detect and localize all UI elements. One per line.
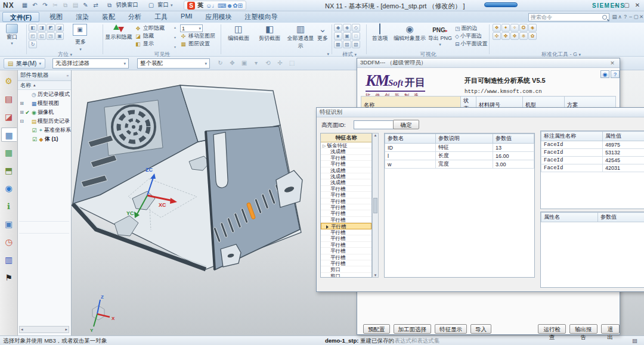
dialog-button[interactable]: 退出 (601, 324, 620, 334)
horizontal-scrollbar[interactable]: ◂ ▸ (19, 326, 69, 333)
parameter-row[interactable]: ID特征13 (385, 144, 534, 152)
feature-tree-item[interactable]: 浅成槽 (321, 179, 371, 185)
attribute-row[interactable]: FaceId53132 (541, 149, 644, 157)
column-header[interactable]: 参数值 (598, 213, 644, 222)
menubar-icon[interactable]: ↻ (216, 59, 225, 68)
ribbon-icon[interactable]: ◧ (29, 24, 37, 32)
cut-icon[interactable]: ✂ (51, 1, 60, 10)
tool-icon[interactable]: ✤ (501, 32, 510, 40)
tree-row[interactable]: ◷ 历史记录模式 (18, 90, 71, 99)
layer-command[interactable]: ▦图层设置 (180, 40, 215, 48)
vertical-scrollbar[interactable]: ▲ ▼ (372, 133, 379, 278)
collapse-ribbon-icon[interactable]: ∧ (617, 13, 623, 21)
checkbox-icon[interactable]: ✔ (24, 110, 30, 116)
color-palette-icon[interactable]: ▥ (1, 253, 17, 267)
section-command-button[interactable]: ◫编辑截面 (223, 24, 254, 50)
expander-icon[interactable]: ⊟ (19, 119, 24, 124)
save-icon[interactable]: ▦ (20, 1, 29, 10)
part-navigator-icon[interactable]: ▦ (1, 145, 17, 160)
column-header[interactable]: 参数名 (385, 134, 436, 144)
feature-tree-item[interactable]: 剪口 (321, 266, 371, 272)
expander-icon[interactable]: ⊞ (19, 110, 24, 115)
dialog-button[interactable]: 加工面选择 (394, 324, 432, 334)
ribbon-icon[interactable]: ↻ (29, 41, 37, 48)
feature-tree-item[interactable]: 浅成槽 (321, 148, 371, 154)
close-icon[interactable]: ✕ (632, 1, 643, 10)
layer-combo[interactable]: 1▾ (180, 24, 203, 32)
visibility-menu-item[interactable]: ◧显示 (135, 40, 165, 48)
more-button[interactable]: ⌄更多 (316, 24, 329, 50)
edit-object-display-button[interactable]: ◉编辑对象显示 (392, 24, 427, 42)
tree-row[interactable]: ☑ ⌖ 基准坐标系 (18, 126, 71, 135)
style-icon[interactable]: ▩ (334, 41, 342, 48)
ribbon-tab[interactable]: 注塑模向导 (239, 11, 284, 23)
feature-tree-root[interactable]: ▷钣金特征 (321, 142, 371, 148)
selection-scope-dropdown[interactable]: 整个装配▾ (137, 58, 210, 69)
toolbox-icon[interactable]: ⊞ (238, 2, 243, 9)
feature-tree-item[interactable]: 平行槽 (321, 161, 371, 167)
section-command-button[interactable]: ◧剪切截面 (254, 24, 285, 50)
menu-button[interactable]: ▤菜单(M)▾ (4, 58, 45, 69)
feature-tree-item[interactable]: 平行槽 (321, 198, 371, 204)
menubar-icon[interactable]: ▾ (252, 59, 261, 68)
tool-icon[interactable]: ❖ (493, 24, 501, 32)
ribbon-icon[interactable]: ◰ (29, 32, 37, 40)
ribbon-icon[interactable]: ◪ (55, 24, 64, 32)
window-menu-button[interactable]: ▢窗口▾ (143, 1, 177, 10)
view-manager-icon[interactable]: ◉ (1, 181, 17, 195)
menubar-icon[interactable]: ✥ (228, 59, 237, 68)
section-command-button[interactable]: ▥全部通透显示 (285, 24, 316, 50)
ribbon-icon[interactable]: ◨ (38, 24, 46, 32)
feature-tree-item[interactable]: 平行槽 (321, 254, 371, 260)
feature-tree-item[interactable]: 平行槽 (321, 248, 371, 254)
minimize-icon[interactable]: – (611, 1, 621, 10)
feature-tree-item[interactable]: 平行槽 (321, 235, 371, 241)
ribbon-tab[interactable]: 视图 (43, 11, 69, 23)
checkbox-icon[interactable]: ☑ (32, 128, 38, 133)
child-restore-icon[interactable]: ▢ (633, 13, 639, 21)
feature-tree-item[interactable]: 平行槽 (321, 155, 371, 161)
parameter-row[interactable]: w宽度3.00 (385, 160, 534, 169)
style-icon[interactable]: □ (352, 32, 360, 40)
column-header-name[interactable]: 名称▴ (18, 81, 71, 90)
column-header[interactable]: 属性值 (603, 132, 644, 141)
visibility-spinner[interactable]: ▴▾▾ (174, 25, 176, 49)
ribbon-tab[interactable]: 工具 (148, 11, 174, 23)
menubar-icon[interactable]: ▣ (240, 59, 249, 68)
tool-icon[interactable]: ◈ (528, 24, 537, 32)
tree-row[interactable]: ⊟ ▤ 模型历史记录 (18, 117, 71, 126)
style-icon[interactable]: ◆ (334, 24, 342, 32)
dialog-button[interactable]: 运行检查 (538, 324, 566, 334)
feature-tree-item[interactable]: 平行槽 (321, 186, 371, 192)
orient-boxed-icon[interactable]: ▣ (73, 24, 87, 36)
feature-tree-item[interactable]: 浅成槽 (321, 173, 371, 179)
roller-gear-icon[interactable]: ⚙ (1, 74, 17, 88)
tree-row[interactable]: ☑ ◆ 体 (1) (18, 135, 71, 144)
tool-icon[interactable]: ✦ (501, 24, 510, 32)
menubar-icon[interactable]: ✢ (275, 59, 284, 68)
ribbon-tab[interactable]: 应用模块 (199, 11, 239, 23)
ok-button[interactable]: 确定 (393, 120, 419, 129)
swap-icon[interactable]: ⇄ (91, 1, 100, 10)
tool-icon[interactable]: ✪ (519, 24, 528, 32)
paste-icon[interactable]: ▤ (71, 1, 80, 10)
maximize-icon[interactable]: ▢ (621, 1, 632, 10)
attribute-row[interactable]: FaceId48975 (541, 141, 644, 149)
switch-window-button[interactable]: ⧉切换窗口 (101, 1, 142, 10)
more-button[interactable]: 更多▾ (70, 38, 91, 52)
checkbox-icon[interactable]: ☑ (32, 136, 38, 142)
feature-tree-item[interactable]: 平行槽 (321, 260, 371, 266)
filter-icon[interactable]: ⚑ (1, 271, 17, 285)
parameter-row[interactable]: l长度16.00 (385, 152, 534, 160)
constraint-navigator-icon[interactable]: ◪ (1, 110, 17, 124)
search-icon[interactable] (602, 15, 607, 20)
help-icon[interactable]: ? (623, 13, 628, 21)
feature-tree-item[interactable]: 平行槽 (321, 210, 371, 216)
dialog-button[interactable]: 预配置 (363, 324, 390, 334)
scroll-up-icon[interactable]: ▲ (374, 133, 377, 137)
tab-file[interactable]: 文件(F) (2, 12, 39, 22)
feature-list-header[interactable]: 特征名称 (321, 133, 371, 142)
window-big-button[interactable]: 窗口 ▾ (6, 24, 18, 46)
emoji-icon[interactable]: ☺ (206, 2, 212, 9)
child-minimize-icon[interactable]: – (628, 13, 633, 21)
